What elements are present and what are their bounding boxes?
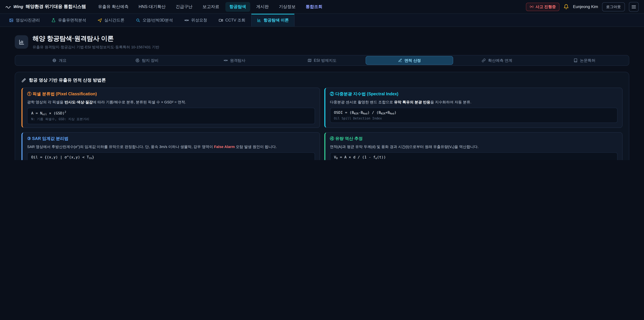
top-nav-right: 사고 진행중 Eunjeong Kim 로그아웃 (526, 2, 639, 12)
method-card-title: ③ SAR 임계값 분리법 (27, 136, 315, 142)
formula-note: N: 기름 픽셀수, GSD: 지상 표본거리 (31, 117, 311, 122)
user-name: Eunjeong Kim (573, 4, 598, 9)
sub-nav-tab-label: 영상사진관리 (16, 17, 40, 23)
top-nav: Wing 해양환경 위기대응 통합시스템 유출유 확산예측HNS·대기확산긴급구… (0, 0, 644, 14)
sub-nav-tab-label: 오염/선박3D분석 (142, 17, 173, 23)
broadcast-alert-icon (530, 5, 534, 9)
sub-nav-tab-label: CCTV 조회 (225, 17, 245, 23)
section-tab-label: 원격탐사 (230, 58, 245, 63)
method-cards-grid: ① 픽셀 분류법 (Pixel Classification)광학 영상의 각 … (22, 88, 622, 160)
section-tab-label: 논문특허 (580, 58, 595, 63)
chart-ruler-icon (18, 39, 25, 45)
book-icon (574, 58, 578, 62)
main-content: 해양 항공탐색·원격탐사 이론 유출유 원격탐지·항공감시 기법·ESI 방제정… (15, 27, 629, 160)
formula: V0 = A × d / (1 - fe(t)) (334, 155, 614, 160)
camera-icon (218, 18, 223, 22)
logout-button[interactable]: 로그아웃 (602, 2, 625, 11)
section-tab[interactable]: 면적 산정 (366, 56, 453, 65)
sub-nav-tab-label: 유출유면적분석 (58, 17, 86, 23)
logo-word: Wing (14, 4, 23, 9)
notifications-bell-icon[interactable] (564, 4, 569, 10)
incident-status-label: 사고 진행중 (536, 4, 556, 9)
brand: Wing 해양환경 위기대응 통합시스템 (5, 4, 86, 10)
sub-nav-tab[interactable]: CCTV 조회 (213, 14, 251, 27)
image-icon (9, 18, 14, 22)
satellite-icon (224, 58, 228, 62)
section-tab[interactable]: 개요 (16, 56, 103, 65)
method-card: ③ SAR 임계값 분리법SAR 영상에서 후방산란계수(σ°)의 임계값 이하… (22, 132, 320, 160)
top-nav-item[interactable]: 긴급구난 (172, 2, 196, 12)
section-tab[interactable]: 논문특허 (541, 56, 628, 65)
menu-button[interactable] (629, 2, 639, 12)
section-tab[interactable]: ESI 방제지도 (278, 56, 366, 65)
section-tab-label: 면적 산정 (404, 58, 421, 63)
formula: Oil = {(x,y) | σ°(x,y) < Tth} (31, 155, 311, 160)
formula-block: V0 = A × d / (1 - fe(t))fₑ: 누적 증발비 (Stiv… (330, 152, 618, 160)
sub-nav-tab[interactable]: 영상사진관리 (3, 14, 46, 27)
method-card-title: ① 픽셀 분류법 (Pixel Classification) (27, 91, 315, 97)
method-card-description: 다중분광 센서로 촬영한 밴드 조합으로 유막 특유의 분광 반응을 지수화하여… (330, 99, 618, 105)
sub-nav: 영상사진관리유출유면적분석실시간드론오염/선박3D분석위성요청CCTV 조회항공… (0, 14, 644, 27)
method-card: ① 픽셀 분류법 (Pixel Classification)광학 영상의 각 … (22, 88, 320, 128)
flask-icon (51, 18, 56, 22)
app: Wing 해양환경 위기대응 통합시스템 유출유 확산예측HNS·대기확산긴급구… (0, 0, 644, 160)
top-nav-menu: 유출유 확산예측HNS·대기확산긴급구난보고자료항공탐색게시판기상정보통합조회 (94, 2, 326, 12)
page-header: 해양 항공탐색·원격탐사 이론 유출유 원격탐지·항공감시 기법·ESI 방제정… (15, 34, 629, 50)
pencil-icon (398, 58, 402, 62)
section-tab-label: 확산예측 연계 (488, 58, 512, 63)
methods-heading: 항공 영상 기반 유출유 면적 산정 방법론 (22, 77, 622, 83)
methods-panel: 항공 영상 기반 유출유 면적 산정 방법론 ① 픽셀 분류법 (Pixel C… (15, 72, 629, 160)
formula: OSDI = (BNIR-BRed) / (BNIR+BRed) (334, 110, 614, 115)
section-tabs: 개요탐지 장비원격탐사ESI 방제지도면적 산정확산예측 연계논문특허 (15, 55, 629, 66)
drone-icon (98, 18, 102, 22)
chart-icon (257, 18, 261, 23)
top-nav-item[interactable]: HNS·대기확산 (134, 2, 170, 12)
page-subtitle: 유출유 원격탐지·항공감시 기법·ESI 방제정보지도·등록특허 10-1567… (32, 45, 159, 50)
top-nav-item[interactable]: 유출유 확산예측 (94, 2, 132, 12)
search-icon (136, 18, 140, 22)
radar-icon (136, 58, 140, 62)
top-nav-item[interactable]: 통합조회 (302, 2, 326, 12)
top-nav-item[interactable]: 항공탐색 (226, 2, 250, 12)
section-tab[interactable]: 탐지 장비 (103, 56, 191, 65)
app-title: 해양환경 위기대응 통합시스템 (26, 4, 86, 10)
sub-nav-tab-label: 위성요청 (191, 17, 207, 23)
sub-nav-tab-label: 실시간드론 (104, 17, 124, 23)
sub-nav-tab[interactable]: 실시간드론 (92, 14, 130, 27)
method-card-title: ② 다중분광 지수법 (Spectral Index) (330, 91, 618, 97)
page-icon (15, 35, 28, 49)
section-tab[interactable]: 원격탐사 (191, 56, 278, 65)
formula-block: A = Noil × (GSD)2N: 기름 픽셀수, GSD: 지상 표본거리 (27, 108, 315, 124)
method-card-description: SAR 영상에서 후방산란계수(σ°)의 임계값 이하를 유막으로 판정합니다.… (27, 144, 315, 150)
wave-logo-icon (5, 4, 11, 10)
section-tab[interactable]: 확산예측 연계 (453, 56, 541, 65)
section-tab-label: ESI 방제지도 (314, 58, 336, 63)
section-tab-label: 개요 (59, 58, 66, 63)
section-tab-label: 탐지 장비 (142, 58, 158, 63)
method-card-description: 면적(A)과 평균 유막 두께(d) 및 풍화 경과 시간(t)으로부터 원래 … (330, 144, 618, 150)
method-card-description: 광학 영상의 각 픽셀을 반사도·색상·질감에 따라 기름/해수로 분류, 분류… (27, 99, 315, 105)
method-card-title: ④ 유량 역산 추정 (330, 136, 618, 142)
sub-nav-tab[interactable]: 위성요청 (178, 14, 213, 27)
top-nav-item[interactable]: 기상정보 (275, 2, 300, 12)
formula-block: Oil = {(x,y) | σ°(x,y) < Tth}Tₜₕ: 최적 임계값… (27, 152, 315, 160)
method-card: ② 다중분광 지수법 (Spectral Index)다중분광 센서로 촬영한 … (324, 88, 622, 128)
top-nav-item[interactable]: 보고자료 (198, 2, 224, 12)
sub-nav-tab-label: 항공탐색 이론 (264, 18, 289, 23)
formula: A = Noil × (GSD)2 (31, 110, 311, 116)
method-card: ④ 유량 역산 추정면적(A)과 평균 유막 두께(d) 및 풍화 경과 시간(… (324, 132, 622, 160)
sub-nav-tab[interactable]: 오염/선박3D분석 (130, 14, 178, 27)
ruler-icon (22, 78, 26, 83)
map-icon (308, 58, 312, 62)
incident-status-badge[interactable]: 사고 진행중 (526, 3, 560, 11)
link-icon (482, 58, 486, 62)
sub-nav-tab[interactable]: 항공탐색 이론 (251, 14, 294, 27)
top-nav-item[interactable]: 게시판 (252, 2, 273, 12)
formula-block: OSDI = (BNIR-BRed) / (BNIR+BRed)Oil Spil… (330, 108, 618, 123)
formula-note: Oil Spill Detection Index (334, 116, 614, 120)
methods-heading-label: 항공 영상 기반 유출유 면적 산정 방법론 (29, 77, 106, 83)
sub-nav-tab[interactable]: 유출유면적분석 (46, 14, 92, 27)
page-title: 해양 항공탐색·원격탐사 이론 (32, 34, 159, 43)
globe-icon (52, 58, 56, 62)
satellite-icon (184, 18, 189, 22)
